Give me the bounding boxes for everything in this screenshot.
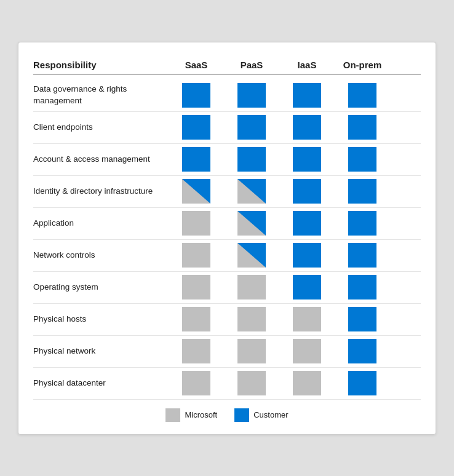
row-label: Physical network [33, 346, 169, 357]
box-customer [293, 243, 321, 268]
cell-paas [224, 339, 279, 363]
legend-customer-label: Customer [253, 410, 288, 419]
cell-paas [224, 371, 279, 395]
table-row: Network controls [33, 240, 421, 272]
cell-paas [224, 115, 279, 140]
cell-onprem [335, 147, 390, 172]
box-microsoft [237, 339, 266, 363]
box-customer [182, 83, 210, 108]
table-header-row: Responsibility SaaS PaaS IaaS On-prem [33, 60, 421, 75]
table-row: Operating system [33, 272, 421, 304]
header-responsibility: Responsibility [33, 60, 169, 70]
box-microsoft [182, 339, 210, 363]
table-row: Client endpoints [33, 112, 421, 144]
box-customer [348, 211, 376, 236]
header-saas: SaaS [169, 60, 224, 70]
cell-saas [169, 179, 224, 204]
cell-saas [169, 371, 224, 395]
legend-microsoft: Microsoft [165, 408, 217, 422]
cell-iaas [279, 115, 335, 140]
cell-paas [224, 307, 279, 331]
box-customer [237, 147, 266, 172]
cell-saas [169, 243, 224, 268]
cell-saas [169, 147, 224, 172]
box-microsoft [182, 243, 210, 268]
cell-onprem [335, 275, 390, 299]
row-label: Identity & directory infrastructure [33, 186, 169, 197]
table-row: Identity & directory infrastructure [33, 176, 421, 208]
box-customer [348, 115, 376, 140]
row-label: Physical datacenter [33, 378, 169, 389]
box-customer [293, 147, 321, 172]
box-microsoft [182, 307, 210, 331]
cell-saas [169, 115, 224, 140]
cell-onprem [335, 371, 390, 395]
cell-onprem [335, 179, 390, 204]
cell-iaas [279, 83, 335, 108]
table-row: Physical network [33, 336, 421, 368]
cell-saas [169, 83, 224, 108]
box-customer [348, 371, 376, 395]
cell-paas [224, 83, 279, 108]
cell-onprem [335, 211, 390, 236]
box-microsoft [293, 307, 321, 331]
cell-iaas [279, 211, 335, 236]
box-customer [237, 115, 266, 140]
box-customer [293, 179, 321, 204]
box-microsoft [182, 211, 210, 236]
cell-onprem [335, 243, 390, 268]
cell-onprem [335, 339, 390, 363]
table-row: Physical hosts [33, 304, 421, 336]
cell-iaas [279, 179, 335, 204]
box-customer [293, 211, 321, 236]
cell-paas [224, 147, 279, 172]
legend-customer: Customer [234, 408, 288, 422]
box-customer [293, 115, 321, 140]
cell-iaas [279, 243, 335, 268]
row-label: Physical hosts [33, 314, 169, 325]
responsibility-card: Responsibility SaaS PaaS IaaS On-prem Da… [18, 42, 436, 435]
cell-onprem [335, 307, 390, 331]
row-label: Client endpoints [33, 122, 169, 133]
box-microsoft [182, 371, 210, 395]
box-microsoft [182, 275, 210, 299]
box-shared [182, 179, 210, 204]
cell-iaas [279, 307, 335, 331]
legend: Microsoft Customer [33, 408, 421, 422]
box-microsoft [293, 339, 321, 363]
row-label: Application [33, 218, 169, 229]
cell-saas [169, 339, 224, 363]
cell-iaas [279, 371, 335, 395]
legend-customer-box [234, 408, 249, 422]
table-row: Account & access management [33, 144, 421, 176]
cell-paas [224, 243, 279, 268]
box-microsoft [293, 371, 321, 395]
table-row: Application [33, 208, 421, 240]
cell-saas [169, 211, 224, 236]
header-paas: PaaS [224, 60, 279, 70]
cell-saas [169, 307, 224, 331]
cell-iaas [279, 275, 335, 299]
row-label: Network controls [33, 250, 169, 261]
box-microsoft [237, 371, 266, 395]
box-shared [237, 243, 266, 268]
box-customer [348, 179, 376, 204]
cell-paas [224, 211, 279, 236]
row-label: Data governance & rights management [33, 84, 169, 107]
box-customer [182, 147, 210, 172]
cell-paas [224, 179, 279, 204]
cell-onprem [335, 115, 390, 140]
legend-microsoft-box [165, 408, 180, 422]
cell-onprem [335, 83, 390, 108]
box-customer [348, 307, 376, 331]
box-customer [348, 275, 376, 299]
cell-iaas [279, 339, 335, 363]
header-onprem: On-prem [335, 60, 390, 70]
box-shared [237, 179, 266, 204]
box-microsoft [237, 275, 266, 299]
table-row: Data governance & rights management [33, 80, 421, 112]
header-iaas: IaaS [279, 60, 335, 70]
box-shared [237, 211, 266, 236]
box-customer [348, 243, 376, 268]
row-label: Operating system [33, 282, 169, 293]
